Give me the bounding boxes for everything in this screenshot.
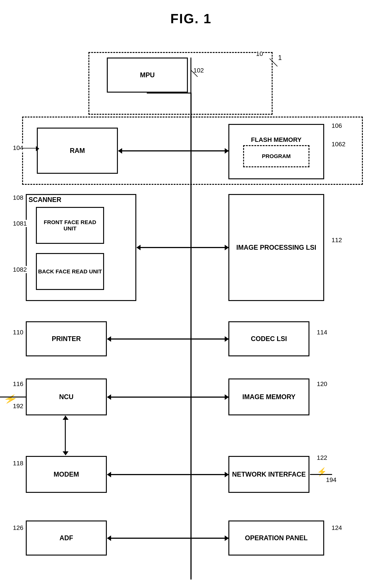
- label-116: 116: [13, 380, 23, 388]
- main-bus-line: [191, 93, 191, 580]
- label-108: 108: [13, 194, 23, 201]
- ram-box: RAM: [37, 128, 118, 174]
- ncu-box: NCU: [26, 378, 107, 415]
- operation-panel-box: OPERATION PANEL: [229, 521, 324, 556]
- printer-box: PRINTER: [26, 321, 107, 356]
- label-104: 104: [13, 144, 23, 151]
- label-122: 122: [317, 454, 327, 461]
- label-194: 194: [326, 476, 337, 483]
- image-processing-box: IMAGE PROCESSING LSI: [229, 194, 324, 301]
- label-1: 1: [278, 54, 282, 62]
- modem-network-arrow: [107, 474, 229, 475]
- lightning-194: ⚡: [317, 467, 327, 477]
- printer-codec-arrow: [107, 338, 229, 339]
- network-interface-box: NETWORK INTERFACE: [229, 456, 309, 493]
- program-box: PROGRAM: [243, 145, 309, 167]
- scanner-label: SCANNER: [29, 196, 61, 204]
- label-124: 124: [331, 524, 342, 531]
- label-118: 118: [13, 460, 23, 467]
- ram-flash-arrow: [118, 150, 229, 151]
- label-126: 126: [13, 524, 23, 531]
- page-title: FIG. 1: [0, 0, 382, 34]
- label-106: 106: [331, 122, 342, 129]
- label-10: 10: [256, 50, 263, 57]
- ncu-imagemem-arrow: [107, 397, 229, 398]
- label-120: 120: [317, 380, 327, 388]
- label-192: 192: [13, 402, 23, 410]
- label-1081: 1081: [13, 220, 27, 227]
- modem-box: MODEM: [26, 456, 107, 493]
- label-114: 114: [317, 329, 327, 336]
- label-102: 102: [193, 67, 204, 74]
- label-1062: 1062: [331, 141, 345, 148]
- back-face-box: BACK FACE READ UNIT: [36, 253, 104, 290]
- diagram: 10 1 MPU 102 RAM 104 FLASH MEMORY PROGRA…: [0, 34, 382, 587]
- adf-opanel-arrow: [107, 538, 229, 539]
- front-face-box: FRONT FACE READ UNIT: [36, 207, 104, 244]
- modem-ncu-line: [65, 416, 66, 453]
- codec-box: CODEC LSI: [229, 321, 309, 356]
- label-1082: 1082: [13, 266, 27, 273]
- label-112: 112: [331, 236, 342, 244]
- label-110: 110: [13, 329, 23, 336]
- mpu-box: MPU: [107, 58, 188, 93]
- adf-box: ADF: [26, 521, 107, 556]
- flash-memory-box: FLASH MEMORY PROGRAM: [229, 124, 324, 179]
- image-memory-box: IMAGE MEMORY: [229, 378, 309, 415]
- scanner-ipl-arrow: [137, 247, 229, 248]
